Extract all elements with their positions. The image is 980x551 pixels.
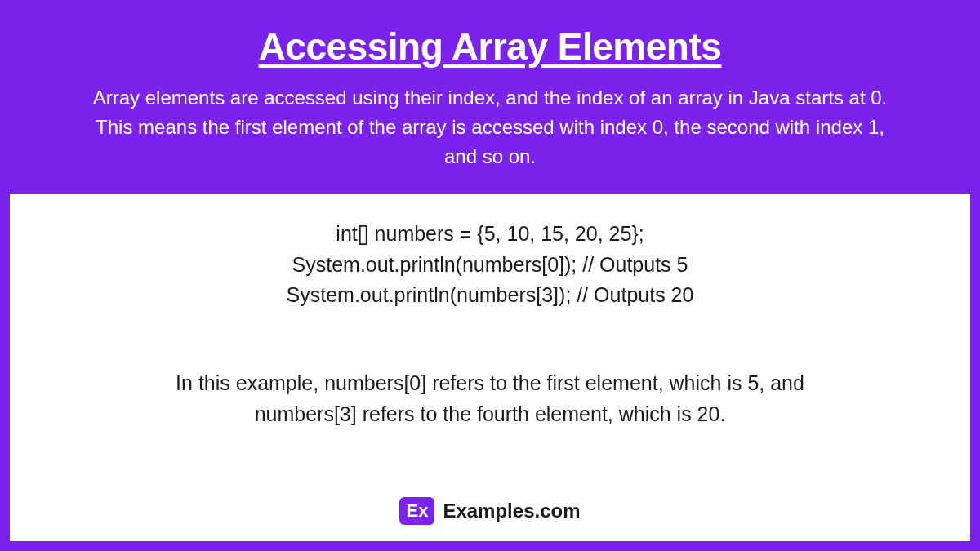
code-line: int[] numbers = {5, 10, 15, 20, 25}; [59, 219, 921, 250]
logo-icon: Ex [399, 497, 434, 525]
code-line: System.out.println(numbers[0]); // Outpu… [59, 250, 921, 281]
header-description: Array elements are accessed using their … [82, 83, 898, 171]
code-line: System.out.println(numbers[3]); // Outpu… [59, 280, 921, 311]
header-section: Accessing Array Elements Array elements … [10, 10, 970, 194]
page-title: Accessing Array Elements [42, 24, 938, 69]
code-block: int[] numbers = {5, 10, 15, 20, 25}; Sys… [59, 219, 921, 311]
explanation-text: In this example, numbers[0] refers to th… [122, 368, 858, 429]
footer-branding: Ex Examples.com [59, 497, 921, 525]
document-card: Accessing Array Elements Array elements … [10, 10, 970, 541]
logo-text: Examples.com [443, 500, 580, 522]
content-section: int[] numbers = {5, 10, 15, 20, 25}; Sys… [10, 194, 970, 541]
